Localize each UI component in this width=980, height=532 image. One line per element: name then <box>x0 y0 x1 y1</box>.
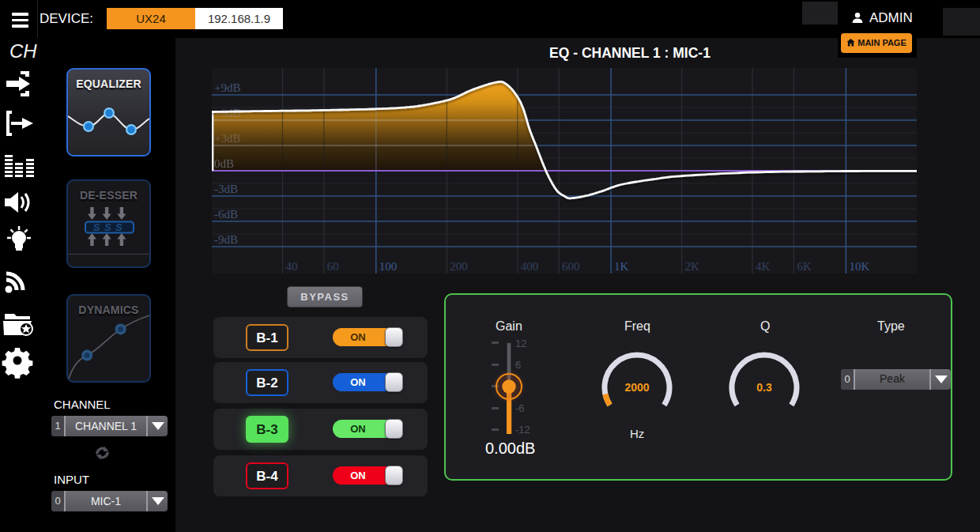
svg-text:+3dB: +3dB <box>214 132 240 145</box>
svg-text:10K: 10K <box>849 260 869 273</box>
svg-text:60: 60 <box>327 260 339 273</box>
svg-text:4K: 4K <box>756 260 771 273</box>
svg-text:-3dB: -3dB <box>214 183 238 195</box>
svg-text:40: 40 <box>286 260 298 273</box>
svg-text:600: 600 <box>562 260 580 273</box>
svg-text:2000: 2000 <box>624 381 649 394</box>
svg-text:0dB: 0dB <box>214 157 234 170</box>
svg-text:-9dB: -9dB <box>214 233 238 246</box>
svg-text:0.3: 0.3 <box>756 381 772 394</box>
svg-text:400: 400 <box>521 260 539 273</box>
svg-text:100: 100 <box>379 260 398 273</box>
svg-text:SSS: SSS <box>93 221 127 233</box>
svg-text:1K: 1K <box>614 260 629 273</box>
svg-text:+9dB: +9dB <box>214 81 240 94</box>
svg-text:6K: 6K <box>797 260 812 273</box>
svg-text:2K: 2K <box>685 260 700 273</box>
svg-text:-6dB: -6dB <box>214 208 238 221</box>
svg-text:200: 200 <box>450 260 468 273</box>
